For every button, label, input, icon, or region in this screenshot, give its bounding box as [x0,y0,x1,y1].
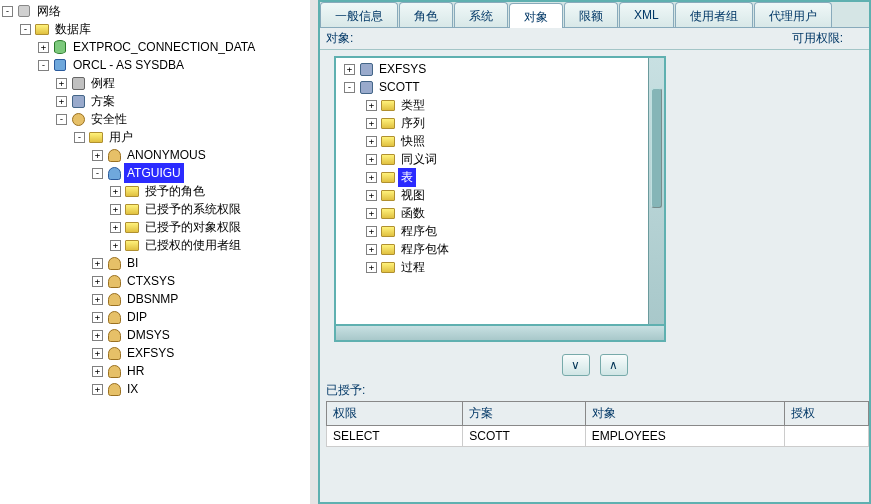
obj-type-8[interactable]: +程序包体 [338,240,662,258]
tree-label: 安全性 [88,109,130,129]
tab-1[interactable]: 角色 [399,2,453,27]
revoke-up-button[interactable]: ∧ [600,354,628,376]
expand-icon[interactable]: + [56,96,67,107]
obj-type-1[interactable]: +序列 [338,114,662,132]
expand-icon[interactable]: + [56,78,67,89]
expand-icon[interactable]: + [38,42,49,53]
obj-type-9[interactable]: +过程 [338,258,662,276]
scrollbar-horizontal[interactable] [334,326,666,342]
granted-header[interactable]: 方案 [463,402,586,426]
obj-type-6[interactable]: +函数 [338,204,662,222]
expand-icon[interactable]: + [366,154,377,165]
collapse-icon[interactable]: - [344,82,355,93]
obj-schema-scott[interactable]: -SCOTT [338,78,662,96]
tree-root-network[interactable]: - 网络 [2,2,310,20]
expand-icon[interactable]: + [366,262,377,273]
tree-label: BI [124,253,141,273]
tab-2[interactable]: 系统 [454,2,508,27]
obj-type-0[interactable]: +类型 [338,96,662,114]
expand-icon[interactable]: + [110,240,121,251]
tree-user-child[interactable]: +已授予的对象权限 [110,218,310,236]
tree-orcl[interactable]: - ORCL - AS SYSDBA [38,56,310,74]
collapse-icon[interactable]: - [2,6,13,17]
obj-type-4[interactable]: +表 [338,168,662,186]
folder-icon [380,223,396,239]
granted-row[interactable]: SELECTSCOTTEMPLOYEES [327,426,869,447]
tab-5[interactable]: XML [619,2,674,27]
expand-icon[interactable]: + [92,312,103,323]
grant-down-button[interactable]: ∨ [562,354,590,376]
expand-icon[interactable]: + [92,366,103,377]
expand-icon[interactable]: + [366,244,377,255]
obj-type-7[interactable]: +程序包 [338,222,662,240]
expand-icon[interactable]: + [366,172,377,183]
expand-icon[interactable]: + [366,190,377,201]
obj-type-2[interactable]: +快照 [338,132,662,150]
expand-icon[interactable]: + [366,100,377,111]
tree-user-dip[interactable]: +DIP [92,308,310,326]
expand-icon[interactable]: + [92,384,103,395]
available-privs-label: 可用权限: [792,30,863,47]
tree-label: 程序包体 [398,240,452,259]
tree-instance[interactable]: + 例程 [56,74,310,92]
tree-label: 同义词 [398,150,440,169]
tree-label: 数据库 [52,19,94,39]
expand-icon[interactable]: + [110,204,121,215]
folder-icon [380,151,396,167]
detail-panel: 一般信息角色系统对象限额XML使用者组代理用户 对象: 可用权限: +EXFSY… [318,0,871,504]
scrollbar-vertical[interactable] [648,58,664,324]
tab-3[interactable]: 对象 [509,3,563,28]
collapse-icon[interactable]: - [74,132,85,143]
folder-icon [124,219,140,235]
expand-icon[interactable]: + [344,64,355,75]
tab-0[interactable]: 一般信息 [320,2,398,27]
granted-header[interactable]: 对象 [585,402,784,426]
expand-icon[interactable]: + [366,208,377,219]
collapse-icon[interactable]: - [92,168,103,179]
expand-icon[interactable]: + [92,294,103,305]
expand-icon[interactable]: + [366,226,377,237]
tree-user-anonymous[interactable]: +ANONYMOUS [92,146,310,164]
tree-user-ix[interactable]: +IX [92,380,310,398]
expand-icon[interactable]: + [366,136,377,147]
obj-type-3[interactable]: +同义词 [338,150,662,168]
collapse-icon[interactable]: - [56,114,67,125]
tree-user-child[interactable]: +授予的角色 [110,182,310,200]
expand-icon[interactable]: + [366,118,377,129]
expand-icon[interactable]: + [92,330,103,341]
expand-icon[interactable]: + [110,222,121,233]
schema-icon [358,79,374,95]
tree-user-dmsys[interactable]: +DMSYS [92,326,310,344]
expand-icon[interactable]: + [92,150,103,161]
collapse-icon[interactable]: - [38,60,49,71]
tab-4[interactable]: 限额 [564,2,618,27]
obj-type-5[interactable]: +视图 [338,186,662,204]
expand-icon[interactable]: + [92,348,103,359]
tree-user-ctxsys[interactable]: +CTXSYS [92,272,310,290]
tree-user-hr[interactable]: +HR [92,362,310,380]
tree-user-bi[interactable]: +BI [92,254,310,272]
tree-user-atguigu[interactable]: -ATGUIGU [92,164,310,182]
tree-user-child[interactable]: +已授权的使用者组 [110,236,310,254]
tab-7[interactable]: 代理用户 [754,2,832,27]
granted-cell: SCOTT [463,426,586,447]
tree-database[interactable]: - 数据库 [20,20,310,38]
tree-users[interactable]: - 用户 [74,128,310,146]
granted-header[interactable]: 权限 [327,402,463,426]
tree-label: DMSYS [124,325,173,345]
expand-icon[interactable]: + [110,186,121,197]
tree-label: 类型 [398,96,428,115]
obj-schema-exfsys[interactable]: +EXFSYS [338,60,662,78]
scrollbar-thumb[interactable] [651,88,662,208]
expand-icon[interactable]: + [92,276,103,287]
tree-schema[interactable]: + 方案 [56,92,310,110]
tree-user-dbsnmp[interactable]: +DBSNMP [92,290,310,308]
expand-icon[interactable]: + [92,258,103,269]
tree-extproc[interactable]: + EXTPROC_CONNECTION_DATA [38,38,310,56]
collapse-icon[interactable]: - [20,24,31,35]
tree-user-child[interactable]: +已授予的系统权限 [110,200,310,218]
granted-header[interactable]: 授权 [784,402,869,426]
tab-6[interactable]: 使用者组 [675,2,753,27]
tree-security[interactable]: - 安全性 [56,110,310,128]
tree-user-exfsys[interactable]: +EXFSYS [92,344,310,362]
